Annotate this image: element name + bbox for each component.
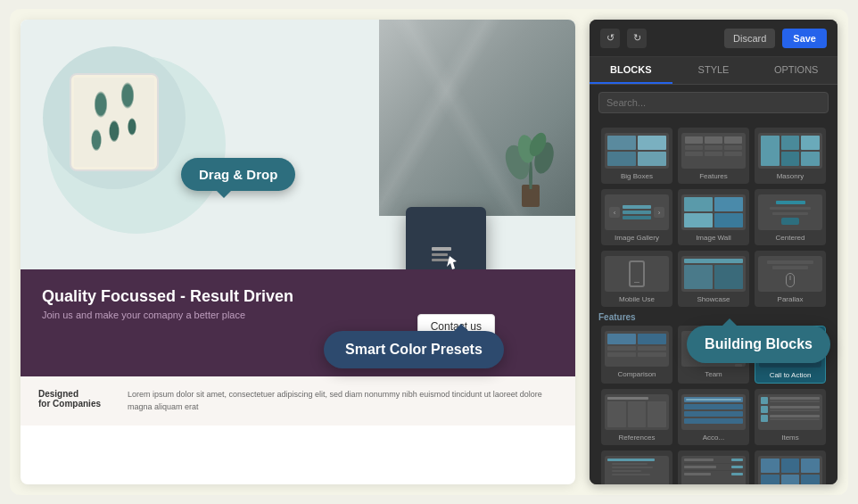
smart-color-tooltip: Smart Color Presets — [324, 331, 504, 368]
block-items2[interactable]: Items — [755, 389, 826, 445]
block-features-label: Features — [681, 172, 746, 180]
price-row — [684, 473, 743, 475]
block-references-preview — [605, 394, 669, 430]
block-comparison[interactable]: Comparison — [601, 326, 672, 384]
acc-item — [684, 411, 743, 417]
mouse-scroll — [790, 276, 791, 280]
price-value — [731, 459, 743, 461]
wall-cell — [714, 213, 743, 227]
ref-line — [607, 397, 648, 400]
blocks-panel: ↺ ↻ Discard Save BLOCKS STYLE OPTIONS — [590, 20, 837, 484]
block-pricelist[interactable]: Pricelist — [678, 450, 749, 484]
item-line — [770, 406, 820, 409]
toc-line — [607, 459, 655, 461]
footer-left-text: Designedfor Companies — [38, 389, 110, 413]
gallery-line — [623, 216, 651, 219]
plant-vase — [513, 136, 549, 207]
gallery-center — [623, 205, 651, 219]
block-image-gallery[interactable]: ‹ › Image Gallery — [601, 189, 672, 245]
block-showcase-preview — [681, 256, 746, 292]
block-parallax[interactable]: Parallax — [755, 251, 826, 307]
block-image-gallery-label: Image Gallery — [605, 234, 669, 242]
floating-card — [406, 207, 486, 269]
wall-cell — [684, 213, 713, 227]
price-divider — [684, 470, 743, 471]
team-name — [735, 364, 742, 367]
masonry-cell — [781, 136, 800, 150]
block-big-boxes-preview — [605, 133, 669, 169]
svg-rect-6 — [432, 253, 448, 256]
svg-rect-7 — [432, 259, 450, 261]
showcase-line — [684, 259, 743, 263]
gallery-prev: ‹ — [609, 207, 620, 218]
big-boxes-grid — [607, 136, 666, 166]
toc-line — [612, 463, 648, 465]
block-accordion[interactable]: Acco... — [678, 389, 749, 445]
block-table-of-content[interactable]: Table of Content — [601, 450, 672, 484]
block-mobile-use[interactable]: Mobile Use — [601, 251, 672, 307]
search-input[interactable] — [598, 92, 829, 113]
block-masonry-preview — [758, 133, 822, 169]
block-team-label: Team — [681, 370, 746, 378]
masonry-cell-tall — [761, 136, 780, 166]
item-icon — [761, 415, 768, 422]
block-features[interactable]: Features — [678, 128, 749, 184]
price-value — [731, 466, 743, 468]
block-masonry[interactable]: Masonry — [755, 128, 826, 184]
centered-btn — [781, 218, 799, 225]
blocks-row-6: Table of Content — [598, 450, 829, 484]
blocks-row-5: References Acco... — [598, 389, 829, 445]
mobile-home-btn — [634, 282, 639, 283]
block-toc-preview — [605, 456, 669, 484]
toc-line — [612, 470, 641, 472]
centered-line — [770, 207, 811, 210]
plant-leaves — [504, 131, 557, 189]
block-image-wall-label: Image Wall — [681, 234, 746, 242]
blocks-row-1: Big Boxes — [598, 128, 829, 184]
item-content — [770, 397, 820, 404]
tab-blocks[interactable]: BLOCKS — [590, 57, 672, 84]
block-showcase[interactable]: Showcase — [678, 251, 749, 307]
tab-style[interactable]: STYLE — [672, 57, 755, 84]
block-items[interactable]: Items — [755, 450, 826, 484]
block-items2-preview — [758, 394, 822, 430]
comp-cell — [607, 334, 636, 344]
block-comparison-preview — [605, 331, 669, 367]
price-name — [684, 466, 716, 468]
features-col-2 — [705, 136, 722, 165]
block-image-wall[interactable]: Image Wall — [678, 189, 749, 245]
preview-top-section: Drag & Drop — [21, 20, 575, 269]
main-wrapper: Drag & Drop Quality Focussed - Result Dr… — [10, 9, 848, 495]
block-items-preview — [758, 456, 822, 484]
parallax-line — [767, 260, 814, 264]
feat-line — [705, 136, 722, 144]
block-mobile-use-preview — [605, 256, 669, 292]
block-references[interactable]: References — [601, 389, 672, 445]
save-button[interactable]: Save — [782, 29, 827, 48]
item-line — [770, 401, 820, 402]
feat-line — [685, 145, 703, 150]
discard-button[interactable]: Discard — [724, 29, 775, 48]
block-big-boxes[interactable]: Big Boxes — [601, 128, 672, 184]
block-mobile-use-label: Mobile Use — [605, 295, 669, 303]
comp-cell — [638, 352, 666, 357]
footer-right-text: Lorem ipsum dolor sit amet, consectetuer… — [128, 389, 557, 413]
item-cell — [761, 475, 780, 484]
blocks-row-2: ‹ › Image Gallery — [598, 189, 829, 245]
ref-row — [607, 401, 666, 427]
block-accordion-preview — [681, 394, 746, 430]
undo-button[interactable]: ↺ — [600, 29, 620, 48]
items-row — [761, 415, 820, 422]
redo-button[interactable]: ↻ — [627, 29, 647, 48]
showcase-row — [684, 265, 743, 289]
showcase-cell — [684, 265, 713, 289]
parallax-line — [772, 266, 808, 269]
panel-search-area — [590, 85, 837, 120]
item-line — [770, 397, 820, 400]
blocks-row-3: Mobile Use Showcase — [598, 251, 829, 307]
tab-options[interactable]: OPTIONS — [755, 57, 837, 84]
comp-cell — [638, 334, 666, 344]
blocks-grid: Big Boxes — [590, 120, 837, 484]
block-accordion-label: Acco... — [681, 434, 746, 442]
block-centered[interactable]: Centered — [755, 189, 826, 245]
